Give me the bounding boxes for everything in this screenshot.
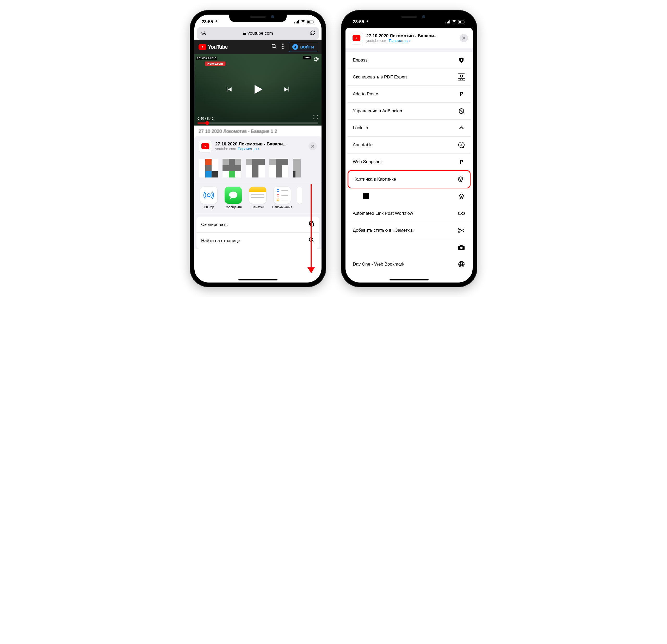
reload-icon[interactable] <box>310 30 315 36</box>
location-icon <box>365 19 369 25</box>
share-source-icon <box>350 32 363 44</box>
address-bar[interactable]: AA youtube.com <box>197 27 319 39</box>
action-row-5[interactable]: AnnotableA <box>347 136 471 154</box>
contact-item[interactable] <box>199 159 218 177</box>
action-row-6[interactable]: Web SnapshotP <box>347 154 471 171</box>
app-messages[interactable]: Сообщения <box>224 187 243 209</box>
signin-button[interactable]: ВОЙТИ <box>289 42 318 52</box>
action-row-12[interactable]: Day One - Web Bookmark <box>347 256 471 273</box>
action-row-7[interactable]: Картинка в Картинке <box>347 170 471 189</box>
svg-rect-2 <box>297 21 298 23</box>
app-more[interactable] <box>297 187 302 209</box>
action-row-2[interactable]: Add to PasteP <box>347 86 471 103</box>
contact-item[interactable] <box>223 159 241 177</box>
chevron-up-icon <box>457 124 465 132</box>
svg-point-27 <box>463 146 464 148</box>
fullscreen-icon[interactable] <box>313 114 319 120</box>
action-label: Скопировать в PDF Expert <box>353 75 407 80</box>
close-icon[interactable] <box>460 34 468 42</box>
svg-point-30 <box>460 247 463 249</box>
search-icon[interactable] <box>271 44 277 50</box>
action-label: Add to Paste <box>353 92 378 97</box>
action-row-10[interactable]: Добавить статью в «Заметки» <box>347 222 471 239</box>
share-source-icon <box>199 140 212 152</box>
svg-point-12 <box>207 194 210 197</box>
action-label: Картинка в Картинке <box>354 177 396 182</box>
app-reminders[interactable]: Напоминания <box>273 187 292 209</box>
action-row-0[interactable]: Enpass <box>347 52 471 69</box>
svg-rect-23 <box>461 60 462 61</box>
youtube-header: YouTube ВОЙТИ <box>194 39 322 54</box>
stack-icon <box>457 193 465 200</box>
action-copy[interactable]: Скопировать <box>196 216 320 233</box>
video-player[interactable]: 2:31 ЛОК 0 0 БАВ Hotels.com •••••• 0:40 … <box>194 54 322 126</box>
action-label <box>353 193 369 200</box>
share-contacts-row <box>194 156 322 182</box>
action-row-1[interactable]: Скопировать в PDF ExpertPDF <box>347 69 471 86</box>
action-row-4[interactable]: LookUp <box>347 119 471 136</box>
action-row-11[interactable] <box>347 239 471 256</box>
action-row-9[interactable]: Automated Link Post Workflow <box>347 205 471 222</box>
svg-point-9 <box>282 46 284 47</box>
gear-icon[interactable] <box>312 56 319 63</box>
svg-rect-18 <box>450 20 450 23</box>
next-icon[interactable] <box>283 85 291 95</box>
share-sheet-full: 27.10.2020 Локомотив - Бавари... youtube… <box>345 28 473 283</box>
close-icon[interactable] <box>308 142 317 150</box>
status-time: 23:55 <box>202 19 213 25</box>
svg-rect-5 <box>307 21 310 23</box>
share-title: 27.10.2020 Локомотив - Бавари... <box>215 142 305 147</box>
copy-icon <box>308 221 315 228</box>
wifi-icon <box>452 20 456 24</box>
action-row-8[interactable] <box>347 188 471 205</box>
status-time: 23:55 <box>353 19 364 25</box>
lock-icon <box>243 32 246 35</box>
svg-point-8 <box>282 44 284 45</box>
svg-text:A: A <box>460 143 463 147</box>
location-icon <box>214 19 218 25</box>
action-label: Automated Link Post Workflow <box>353 211 413 216</box>
home-indicator[interactable] <box>390 279 428 280</box>
more-icon[interactable] <box>279 44 287 50</box>
play-icon[interactable] <box>251 83 265 97</box>
action-label: Day One - Web Bookmark <box>353 262 404 267</box>
battery-icon <box>458 20 465 24</box>
svg-rect-17 <box>448 21 449 23</box>
svg-rect-6 <box>313 21 314 23</box>
cell-signal-icon <box>294 20 299 23</box>
battery-icon <box>307 20 314 24</box>
home-indicator[interactable] <box>239 279 277 280</box>
share-sheet: 27.10.2020 Локомотив - Бавари... youtube… <box>194 136 322 248</box>
share-apps-row: AirDrop Сообщения Заметки Напомин <box>194 182 322 214</box>
wifi-icon <box>301 20 305 24</box>
svg-point-10 <box>282 48 284 49</box>
action-find[interactable]: Найти на странице <box>196 233 320 248</box>
block-icon <box>457 107 465 115</box>
banner-ad: Hotels.com <box>205 62 225 66</box>
cell-signal-icon <box>445 20 450 23</box>
video-badge: •••••• <box>303 56 311 60</box>
contact-item[interactable] <box>270 159 288 177</box>
share-options-link[interactable]: Параметры › <box>238 147 259 151</box>
action-label: Управление в AdBlocker <box>353 109 402 114</box>
action-label: Enpass <box>353 58 368 63</box>
previous-icon[interactable] <box>225 85 233 95</box>
action-row-3[interactable]: Управление в AdBlocker <box>347 103 471 119</box>
app-notes[interactable]: Заметки <box>248 187 267 209</box>
svg-point-22 <box>461 59 462 61</box>
app-airdrop[interactable]: AirDrop <box>199 187 218 209</box>
svg-rect-20 <box>459 21 461 23</box>
camera-icon <box>457 243 465 251</box>
p-bold-icon: P <box>457 90 465 98</box>
share-options-link[interactable]: Параметры › <box>389 38 410 43</box>
action-label: Annotable <box>353 142 373 147</box>
contact-item[interactable] <box>246 159 265 177</box>
youtube-logo[interactable]: YouTube <box>198 44 269 50</box>
action-label: Web Snapshot <box>353 159 382 164</box>
text-size-icon[interactable]: AA <box>201 31 206 36</box>
shield-icon <box>457 56 465 64</box>
video-progress[interactable] <box>197 123 319 124</box>
contact-item[interactable] <box>293 159 301 177</box>
circle-a-icon: A <box>457 141 465 149</box>
svg-rect-3 <box>298 20 299 23</box>
